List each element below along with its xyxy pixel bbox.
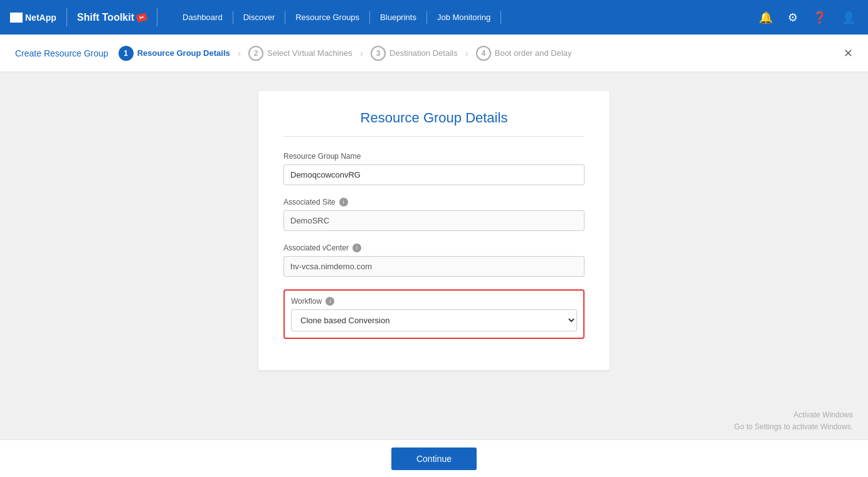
nav-discover[interactable]: Discover [236,8,283,27]
nav-sep-5 [500,11,501,24]
step-4-label: Boot order and Delay [495,48,572,58]
nav-links: Dashboard Discover Resource Groups Bluep… [175,8,756,27]
step-arrow-2: › [360,48,363,59]
associated-site-input[interactable] [283,210,585,231]
associated-site-info-icon[interactable]: i [339,198,348,206]
brand-separator [66,8,67,27]
nav-sep-1 [233,11,233,24]
continue-button[interactable]: Continue [391,448,477,470]
create-rg-label: Create Resource Group [15,48,109,58]
top-navigation: NetApp Shift Toolkit ✂ Dashboard Discove… [0,0,868,35]
nav-separator [157,8,157,27]
form-card: Resource Group Details Resource Group Na… [258,91,610,370]
step-4-circle: 4 [476,46,491,61]
step-arrow-3: › [465,48,468,59]
workflow-info-icon[interactable]: i [326,297,334,306]
wizard-steps: 1 Resource Group Details › 2 Select Virt… [119,46,834,61]
nav-sep-4 [426,11,427,24]
watermark-line2: Go to Settings to activate Windows. [734,421,853,433]
watermark-line1: Activate Windows [734,409,853,421]
step-3-label: Destination Details [389,48,457,58]
associated-vcenter-group: Associated vCenter i [283,244,585,277]
rg-name-label: Resource Group Name [283,152,585,161]
netapp-icon [10,13,23,23]
associated-site-label: Associated Site i [283,198,585,206]
windows-watermark: Activate Windows Go to Settings to activ… [734,409,853,433]
step-2[interactable]: 2 Select Virtual Machines [248,46,352,61]
associated-vcenter-info-icon[interactable]: i [352,244,361,252]
nav-blueprints[interactable]: Blueprints [373,8,424,27]
shift-badge: ✂ [136,13,148,23]
brand-area: NetApp Shift Toolkit ✂ [10,8,162,27]
netapp-label: NetApp [25,13,56,23]
nav-job-monitoring[interactable]: Job Monitoring [430,8,498,27]
step-2-label: Select Virtual Machines [267,48,352,58]
nav-resource-groups[interactable]: Resource Groups [288,8,367,27]
settings-button[interactable]: ⚙ [785,8,800,27]
associated-vcenter-input[interactable] [283,256,585,277]
step-3[interactable]: 3 Destination Details [371,46,457,61]
workflow-select[interactable]: Clone based Conversion In-place Migratio… [291,309,577,331]
close-button[interactable]: ✕ [844,46,853,60]
user-button[interactable]: 👤 [839,8,858,27]
help-button[interactable]: ❓ [810,8,829,27]
step-1-circle: 1 [119,46,134,61]
associated-vcenter-label: Associated vCenter i [283,244,585,252]
bottom-bar: Continue [0,439,868,477]
associated-site-group: Associated Site i [283,198,585,231]
nav-sep-3 [369,11,370,24]
nav-sep-2 [285,11,285,24]
notifications-button[interactable]: 🔔 [756,8,775,27]
topnav-actions: 🔔 ⚙ ❓ 👤 [756,8,858,27]
form-title: Resource Group Details [283,110,585,137]
step-arrow-1: › [238,48,241,59]
netapp-logo: NetApp [10,13,56,23]
step-4[interactable]: 4 Boot order and Delay [476,46,572,61]
rg-name-group: Resource Group Name [283,152,585,185]
rg-name-input[interactable] [283,164,585,185]
workflow-group: Workflow i Clone based Conversion In-pla… [283,289,585,339]
step-3-circle: 3 [371,46,386,61]
step-2-circle: 2 [248,46,263,61]
shift-toolkit-label: Shift Toolkit ✂ [77,12,147,23]
workflow-label: Workflow i [291,297,577,306]
step-1[interactable]: 1 Resource Group Details [119,46,230,61]
nav-dashboard[interactable]: Dashboard [175,8,230,27]
step-1-label: Resource Group Details [137,48,230,58]
wizard-header: Create Resource Group 1 Resource Group D… [0,35,868,72]
